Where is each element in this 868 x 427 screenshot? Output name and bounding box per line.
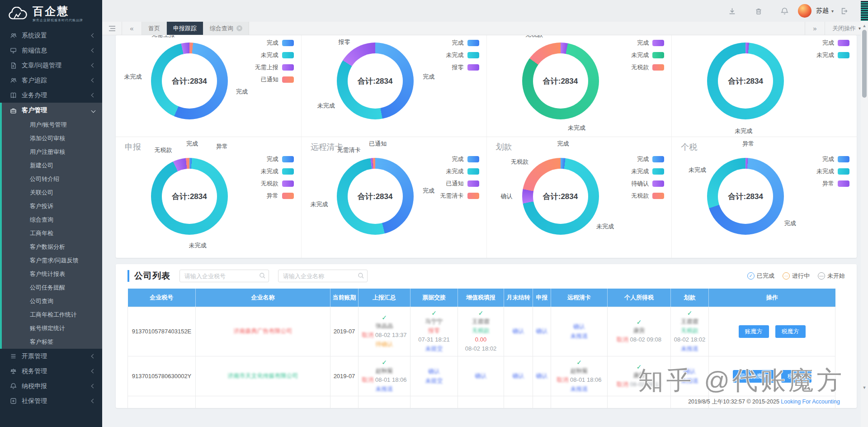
- legend-item[interactable]: 异常: [267, 192, 294, 200]
- sidebar-subitem-新建公司[interactable]: 新建公司: [2, 159, 102, 172]
- menu-collapse-icon[interactable]: [102, 22, 122, 35]
- legend-item[interactable]: 已通知: [446, 180, 479, 188]
- legend-item[interactable]: 完成: [637, 155, 664, 163]
- sidebar-item-业务办理[interactable]: 业务办理: [0, 88, 102, 103]
- legend-item[interactable]: 完成: [267, 155, 294, 163]
- legend-label: 报零: [452, 63, 464, 71]
- legend-item[interactable]: 已通知: [261, 76, 294, 84]
- legend-item[interactable]: 完成: [822, 39, 849, 47]
- sidebar-subitem-公司查询[interactable]: 公司查询: [2, 294, 102, 308]
- column-header-当前账期[interactable]: 当前账期: [330, 289, 359, 307]
- legend-item[interactable]: 未完成: [816, 167, 849, 176]
- legend-item[interactable]: 异常: [822, 180, 849, 188]
- column-header-划款[interactable]: 划款: [671, 289, 709, 307]
- tab-首页[interactable]: 首页: [142, 22, 167, 35]
- column-header-企业名称[interactable]: 企业名称: [196, 289, 330, 307]
- sidebar-item-前端信息[interactable]: 前端信息: [0, 43, 102, 58]
- legend-item[interactable]: 完成: [822, 155, 849, 163]
- action-button-账魔方[interactable]: 账魔方: [739, 325, 769, 338]
- sidebar-item-系统设置[interactable]: 系统设置: [0, 28, 102, 43]
- sidebar-subitem-关联公司[interactable]: 关联公司: [2, 186, 102, 199]
- column-header-月末结转[interactable]: 月末结转: [504, 289, 533, 307]
- legend-item[interactable]: 未完成: [631, 51, 664, 59]
- user-avatar[interactable]: [798, 4, 811, 18]
- sidebar-subitem-客户需求/问题反馈[interactable]: 客户需求/问题反馈: [2, 254, 102, 267]
- sidebar-subitem-工商年检工作统计[interactable]: 工商年检工作统计: [2, 308, 102, 322]
- column-header-上报汇总[interactable]: 上报汇总: [359, 289, 410, 307]
- legend-item[interactable]: 未完成: [816, 51, 849, 59]
- legend-item[interactable]: 未完成: [261, 167, 294, 176]
- column-header-操作[interactable]: 操作: [709, 289, 835, 307]
- legend-item[interactable]: 完成: [452, 39, 479, 47]
- cell-text: 08-02 09:08: [628, 336, 661, 343]
- legend-item[interactable]: 完成: [637, 39, 664, 47]
- name-search-input[interactable]: [278, 270, 368, 282]
- footer-brand-link[interactable]: Looking For Accounting: [781, 399, 840, 405]
- sidebar-subitem-用户注册审核[interactable]: 用户注册审核: [2, 145, 102, 159]
- sidebar-subitem-综合查询[interactable]: 综合查询: [2, 213, 102, 227]
- legend-item[interactable]: 完成: [452, 155, 479, 163]
- download-icon[interactable]: [719, 7, 745, 15]
- column-header-企业税号[interactable]: 企业税号: [128, 289, 196, 307]
- sidebar-item-开票管理[interactable]: 开票管理: [0, 349, 102, 364]
- logout-icon[interactable]: [834, 7, 854, 15]
- sidebar-item-税务管理[interactable]: 税务管理: [0, 364, 102, 379]
- legend-item[interactable]: 无税款: [631, 192, 664, 200]
- sidebar-item-文章/问题管理[interactable]: 文章/问题管理: [0, 58, 102, 73]
- cell-text: 确认: [684, 368, 696, 375]
- legend-item[interactable]: 未完成: [261, 51, 294, 59]
- sidebar-subitem-用户/账号管理[interactable]: 用户/账号管理: [2, 118, 102, 132]
- tax-search-input[interactable]: [179, 270, 269, 282]
- search-icon[interactable]: [259, 272, 266, 281]
- legend-item[interactable]: 无需清卡: [440, 192, 479, 200]
- legend-item[interactable]: 报零: [452, 63, 479, 71]
- legend-item[interactable]: 无税款: [631, 63, 664, 71]
- chart-cell-2: 合计:2834完成未完成无税款完成未完成无税款: [486, 35, 672, 137]
- scrollbar-thumb[interactable]: [862, 30, 867, 98]
- tab-申报跟踪[interactable]: 申报跟踪: [167, 22, 203, 35]
- column-header-票据交接[interactable]: 票据交接: [410, 289, 458, 307]
- tab-综合查询[interactable]: 综合查询✕: [203, 22, 249, 35]
- sidebar-subitem-客户标签[interactable]: 客户标签: [2, 335, 102, 349]
- sidebar-item-社保管理[interactable]: 社保管理: [0, 394, 102, 408]
- column-header-远程清卡[interactable]: 远程清卡: [551, 289, 608, 307]
- close-icon[interactable]: ✕: [236, 25, 242, 31]
- user-name[interactable]: 苏越: [816, 7, 829, 15]
- sidebar-item-纳税申报[interactable]: 纳税申报: [0, 379, 102, 394]
- legend-item[interactable]: 未完成: [631, 167, 664, 176]
- sidebar-subitem-客户投诉[interactable]: 客户投诉: [2, 199, 102, 213]
- sidebar-subitem-公司任务提醒[interactable]: 公司任务提醒: [2, 281, 102, 294]
- vertical-scrollbar[interactable]: ▲ ▼: [861, 0, 868, 427]
- scroll-down-icon[interactable]: ▼: [861, 385, 868, 390]
- sidebar-item-客户追踪[interactable]: 客户追踪: [0, 73, 102, 88]
- legend-item[interactable]: 无需上报: [255, 63, 294, 71]
- scroll-tabs-left-icon[interactable]: «: [122, 22, 142, 35]
- column-header-个人所得税[interactable]: 个人所得税: [608, 289, 671, 307]
- sidebar-subitem-添加公司审核[interactable]: 添加公司审核: [2, 132, 102, 145]
- legend-item[interactable]: 完成: [267, 39, 294, 47]
- chart-title: 个税: [681, 142, 697, 152]
- scroll-up-icon[interactable]: ▲: [861, 24, 868, 28]
- column-header-增值税填报[interactable]: 增值税填报: [458, 289, 504, 307]
- scroll-tabs-right-icon[interactable]: »: [805, 22, 825, 35]
- bell-icon[interactable]: [772, 7, 798, 15]
- sidebar-subitem-客户统计报表[interactable]: 客户统计报表: [2, 267, 102, 281]
- search-icon[interactable]: [358, 272, 364, 281]
- column-header-申报[interactable]: 申报: [533, 289, 551, 307]
- sidebar-item-客户管理[interactable]: 客户管理: [2, 103, 102, 118]
- legend-item[interactable]: 无税款: [261, 180, 294, 188]
- sidebar-subitem-账号绑定统计[interactable]: 账号绑定统计: [2, 322, 102, 335]
- trash-icon[interactable]: [745, 7, 772, 15]
- sidebar-subitem-客户数据分析[interactable]: 客户数据分析: [2, 240, 102, 254]
- action-button-同步账魔方[interactable]: 同步账魔方: [733, 370, 775, 383]
- chart-callout: 完成: [236, 88, 248, 96]
- sidebar-subitem-公司转介绍[interactable]: 公司转介绍: [2, 172, 102, 186]
- legend-item[interactable]: 未完成: [446, 167, 479, 176]
- action-button-税魔方[interactable]: 税魔方: [775, 325, 806, 338]
- sidebar-subitem-工商年检[interactable]: 工商年检: [2, 227, 102, 240]
- app-window: 百企慧 聚焦企业财税服务时代代账品牌 系统设置前端信息文章/问题管理客户追踪业务…: [0, 0, 868, 427]
- legend-swatch: [838, 52, 849, 58]
- legend-item[interactable]: 未完成: [446, 51, 479, 59]
- legend-item[interactable]: 待确认: [631, 180, 664, 188]
- action-button-税魔方[interactable]: 税魔方: [781, 370, 811, 383]
